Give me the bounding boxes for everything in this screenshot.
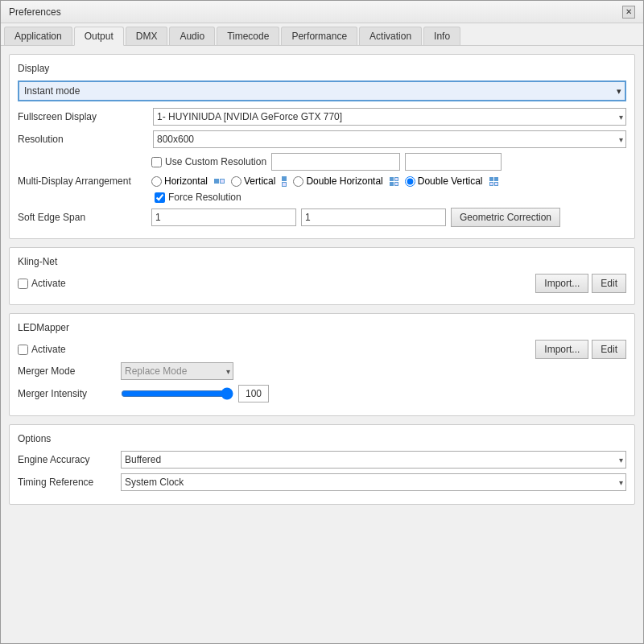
engine-accuracy-row: Engine Accuracy Buffered [18,451,626,469]
tab-activation[interactable]: Activation [359,27,422,45]
tab-performance[interactable]: Performance [281,27,357,45]
force-resolution-label[interactable]: Force Resolution [155,192,242,203]
double-vertical-radio-label[interactable]: Double Vertical [405,175,483,187]
kling-net-import-button[interactable]: Import... [535,274,588,293]
merger-mode-label: Merger Mode [18,365,114,377]
led-mapper-activate-checkbox[interactable] [18,345,28,355]
merger-mode-row: Merger Mode Replace Mode [18,362,626,380]
custom-resolution-row: Use Custom Resolution [18,153,626,171]
timing-reference-row: Timing Reference System Clock [18,473,626,491]
timing-reference-select[interactable]: System Clock [121,473,626,491]
double-vertical-radio[interactable] [405,176,415,187]
force-resolution-checkbox[interactable] [155,192,165,203]
engine-accuracy-select[interactable]: Buffered [121,451,626,469]
window-title: Preferences [9,6,61,18]
soft-edge-row: Soft Edge Span Geometric Correction [18,208,626,227]
led-mapper-import-button[interactable]: Import... [535,340,588,359]
display-section: Display Instant mode Fullscreen Display … [9,54,635,239]
title-bar: Preferences ✕ [1,1,643,23]
merger-mode-wrapper: Replace Mode [121,362,233,380]
kling-net-activate-label[interactable]: Activate [18,278,66,289]
kling-net-edit-button[interactable]: Edit [592,274,626,293]
tab-info[interactable]: Info [423,27,460,45]
vertical-radio-label[interactable]: Vertical [231,175,275,187]
grid-icon-horizontal [214,179,225,184]
soft-edge-input2[interactable] [301,208,446,226]
double-horizontal-radio[interactable] [293,176,303,187]
fullscreen-select[interactable]: 1- HUYINIUDA [NVIDIA GeForce GTX 770] [153,108,626,126]
double-horizontal-radio-label[interactable]: Double Horizontal [293,175,382,187]
merger-intensity-slider[interactable] [121,386,233,401]
merger-intensity-row: Merger Intensity [18,385,626,402]
geometric-correction-button[interactable]: Geometric Correction [451,208,560,227]
grid-icon-double-vertical [489,177,498,186]
led-mapper-buttons: Import... Edit [535,340,626,359]
led-mapper-activate-row: Activate Import... Edit [18,340,626,359]
kling-net-title: Kling-Net [18,256,626,267]
tabs-bar: Application Output DMX Audio Timecode Pe… [1,23,643,46]
custom-resolution-label[interactable]: Use Custom Resolution [151,156,266,167]
resolution-row: Resolution 800x600 [18,130,626,148]
tab-output[interactable]: Output [74,27,124,46]
timing-reference-wrapper: System Clock [121,473,626,491]
merger-intensity-label: Merger Intensity [18,388,114,399]
custom-res-input1[interactable] [271,153,400,171]
tab-application[interactable]: Application [4,27,72,45]
instant-mode-row: Instant mode [18,80,626,101]
resolution-select-wrapper: 800x600 [153,130,626,148]
content-area: Display Instant mode Fullscreen Display … [1,46,643,643]
soft-edge-input1[interactable] [151,208,296,226]
engine-accuracy-label: Engine Accuracy [18,454,114,465]
tab-audio[interactable]: Audio [169,27,215,45]
resolution-select[interactable]: 800x600 [153,130,626,148]
options-section: Options Engine Accuracy Buffered Timing … [9,424,635,505]
fullscreen-select-wrapper: 1- HUYINIUDA [NVIDIA GeForce GTX 770] [153,108,626,126]
timing-reference-label: Timing Reference [18,477,114,488]
force-resolution-row: Force Resolution [18,192,626,203]
kling-net-buttons: Import... Edit [535,274,626,293]
kling-net-section: Kling-Net Activate Import... Edit [9,247,635,305]
options-section-title: Options [18,433,626,444]
grid-icon-vertical [282,176,287,187]
led-mapper-activate-label[interactable]: Activate [18,344,66,355]
instant-mode-select[interactable]: Instant mode [18,80,626,101]
multi-display-label: Multi-Display Arrangement [18,175,147,187]
horizontal-radio-label[interactable]: Horizontal [151,175,208,187]
soft-edge-label: Soft Edge Span [18,212,147,223]
merger-intensity-value[interactable] [238,385,269,402]
engine-accuracy-wrapper: Buffered [121,451,626,469]
resolution-label: Resolution [18,134,147,145]
led-mapper-title: LEDMapper [18,322,626,333]
tab-timecode[interactable]: Timecode [217,27,279,45]
custom-res-input2[interactable] [405,153,502,171]
led-mapper-edit-button[interactable]: Edit [592,340,626,359]
vertical-radio[interactable] [231,176,242,187]
custom-resolution-checkbox[interactable] [151,157,162,167]
fullscreen-row: Fullscreen Display 1- HUYINIUDA [NVIDIA … [18,108,626,126]
close-button[interactable]: ✕ [622,6,635,19]
led-mapper-section: LEDMapper Activate Import... Edit Merger… [9,313,635,416]
multi-display-row: Multi-Display Arrangement Horizontal [18,175,626,187]
display-section-title: Display [18,63,626,74]
preferences-window: Preferences ✕ Application Output DMX Aud… [0,0,644,644]
kling-net-activate-checkbox[interactable] [18,279,28,289]
merger-mode-select[interactable]: Replace Mode [121,362,233,380]
horizontal-radio[interactable] [151,176,162,187]
kling-net-activate-row: Activate Import... Edit [18,274,626,293]
merger-intensity-slider-wrapper [121,385,269,402]
fullscreen-label: Fullscreen Display [18,111,147,122]
grid-icon-double-horizontal [390,177,398,186]
tab-dmx[interactable]: DMX [126,27,168,45]
instant-mode-wrapper: Instant mode [18,80,626,101]
